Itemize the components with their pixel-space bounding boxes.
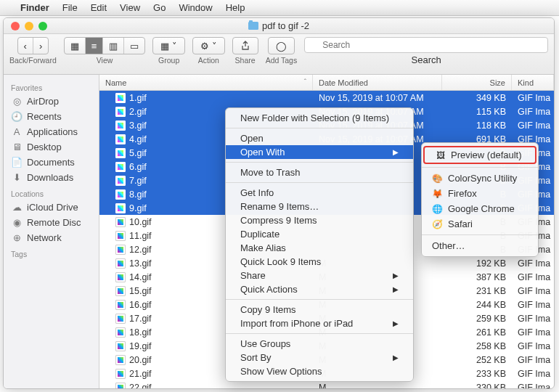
openwith-google-chrome[interactable]: 🌐Google Chrome (422, 201, 538, 216)
gif-file-icon (115, 107, 126, 117)
ctx-item-label: Get Info (240, 187, 274, 198)
sidebar-item-downloads[interactable]: ⬇Downloads (4, 170, 99, 185)
forward-button[interactable]: › (33, 38, 48, 54)
file-kind: GIF Ima (512, 121, 554, 131)
col-size[interactable]: Size (442, 75, 512, 90)
toolbar: ‹ › Back/Forward ▦ ≡ ▥ ▭ View ▦ ˅ Group … (4, 34, 554, 75)
window-close-button[interactable] (11, 22, 20, 30)
gallery-view-button[interactable]: ▭ (124, 38, 144, 54)
ctx-duplicate[interactable]: Duplicate (226, 227, 413, 241)
ctx-new-folder-with-selection-9-items[interactable]: New Folder with Selection (9 Items) (226, 111, 413, 125)
ctx-move-to-trash[interactable]: Move to Trash (226, 166, 413, 179)
file-kind: GIF Ima (512, 258, 554, 269)
app-menu[interactable]: Finder (20, 2, 49, 13)
ctx-open-with[interactable]: Open With▶ (226, 145, 413, 159)
file-name: 14.gif (129, 272, 152, 282)
submenu-separator (422, 234, 538, 235)
openwith-safari[interactable]: 🧭Safari (422, 216, 538, 232)
ctx-quick-actions[interactable]: Quick Actions▶ (226, 282, 413, 296)
submenu-item-label: Safari (448, 219, 473, 229)
ctx-quick-look-9-items[interactable]: Quick Look 9 Items (226, 255, 413, 269)
sidebar-item-icloud-drive[interactable]: ☁iCloud Drive (4, 200, 99, 215)
sidebar-item-airdrop[interactable]: ◎AirDrop (4, 94, 99, 109)
menu-file[interactable]: File (62, 2, 78, 13)
ctx-item-label: Open (240, 133, 264, 144)
list-view-button[interactable]: ≡ (86, 38, 104, 54)
ctx-open[interactable]: Open (226, 131, 413, 145)
sidebar: Favorites◎AirDrop🕘RecentsAApplications🖥D… (4, 75, 99, 388)
col-date[interactable]: Date Modified (313, 75, 442, 90)
open-with-submenu: 🖼Preview (default)🎨ColorSync Utility🦊Fir… (421, 142, 539, 257)
sidebar-item-network[interactable]: ⊕Network (4, 230, 99, 245)
icon-view-button[interactable]: ▦ (65, 38, 86, 54)
addtags-button[interactable]: ◯ (268, 37, 295, 54)
ctx-separator (226, 299, 413, 300)
sidebar-item-desktop[interactable]: 🖥Desktop (4, 139, 99, 155)
file-size: 192 KB (442, 258, 512, 269)
submenu-arrow-icon: ▶ (393, 148, 399, 156)
window-title: pdf to gif -2 (47, 20, 510, 31)
ctx-item-label: Quick Actions (240, 284, 298, 295)
menu-help[interactable]: Help (226, 2, 245, 13)
ctx-share[interactable]: Share▶ (226, 269, 413, 282)
ctx-rename-9-items[interactable]: Rename 9 Items… (226, 200, 413, 213)
search-input[interactable] (304, 37, 548, 53)
ctx-item-label: New Folder with Selection (9 Items) (240, 113, 389, 123)
ctx-copy-9-items[interactable]: Copy 9 Items (226, 303, 413, 317)
menu-go[interactable]: Go (153, 2, 166, 13)
ctx-make-alias[interactable]: Make Alias (226, 241, 413, 255)
column-view-button[interactable]: ▥ (103, 38, 124, 54)
sidebar-item-applications[interactable]: AApplications (4, 124, 99, 139)
action-button[interactable]: ⚙ ˅ (192, 37, 225, 54)
file-kind: GIF Ima (512, 300, 554, 310)
system-menubar: Finder File Edit View Go Window Help (0, 0, 559, 16)
col-kind[interactable]: Kind (512, 75, 554, 90)
ctx-sort-by[interactable]: Sort By▶ (226, 351, 413, 364)
share-button[interactable] (232, 37, 258, 54)
file-name: 20.gif (129, 355, 152, 365)
gif-file-icon (115, 286, 126, 296)
window-minimize-button[interactable] (25, 22, 33, 30)
titlebar[interactable]: pdf to gif -2 (4, 18, 554, 34)
ctx-show-view-options[interactable]: Show View Options (226, 364, 413, 378)
file-name: 12.gif (129, 245, 152, 255)
ctx-item-label: Share (240, 270, 266, 281)
sidebar-item-label: AirDrop (27, 96, 59, 107)
gif-file-icon (115, 189, 126, 200)
sidebar-item-label: Downloads (27, 172, 73, 183)
file-size: 258 KB (442, 341, 512, 351)
openwith-firefox[interactable]: 🦊Firefox (422, 186, 538, 201)
ctx-get-info[interactable]: Get Info (226, 186, 413, 200)
window-maximize-button[interactable] (38, 22, 47, 30)
file-name: 13.gif (129, 258, 152, 269)
col-name[interactable]: Nameˆ (99, 75, 313, 90)
sidebar-item-label: Applications (27, 126, 78, 137)
menu-view[interactable]: View (120, 2, 140, 13)
ctx-import-from-iphone-or-ipad[interactable]: Import from iPhone or iPad▶ (226, 317, 413, 330)
back-forward-buttons[interactable]: ‹ › (17, 37, 49, 54)
openwith-colorsync-utility[interactable]: 🎨ColorSync Utility (422, 171, 538, 186)
menu-window[interactable]: Window (179, 2, 212, 13)
gif-file-icon (115, 272, 126, 282)
sidebar-item-recents[interactable]: 🕘Recents (4, 109, 99, 124)
ctx-compress-9-items[interactable]: Compress 9 Items (226, 213, 413, 227)
sidebar-item-label: Recents (27, 111, 62, 122)
file-row[interactable]: 1.gifNov 15, 2019 at 10:07 AM349 KBGIF I… (99, 91, 554, 105)
group-button[interactable]: ▦ ˅ (152, 37, 185, 54)
gif-file-icon (115, 258, 126, 269)
gif-file-icon (115, 217, 126, 227)
sidebar-item-label: Desktop (27, 142, 62, 152)
menu-edit[interactable]: Edit (91, 2, 107, 13)
ctx-use-groups[interactable]: Use Groups (226, 337, 413, 351)
sidebar-item-documents[interactable]: 📄Documents (4, 155, 99, 170)
sidebar-item-remote-disc[interactable]: ◉Remote Disc (4, 215, 99, 230)
back-button[interactable]: ‹ (18, 38, 33, 54)
view-switcher[interactable]: ▦ ≡ ▥ ▭ (64, 37, 146, 54)
file-name: 22.gif (129, 383, 152, 389)
openwith-other[interactable]: Other… (422, 238, 538, 253)
file-size: 231 KB (442, 286, 512, 296)
colorsync-utility-icon: 🎨 (432, 173, 443, 184)
openwith-preview-default[interactable]: 🖼Preview (default) (423, 146, 536, 164)
folder-icon (248, 22, 258, 30)
file-name: 4.gif (129, 134, 147, 144)
